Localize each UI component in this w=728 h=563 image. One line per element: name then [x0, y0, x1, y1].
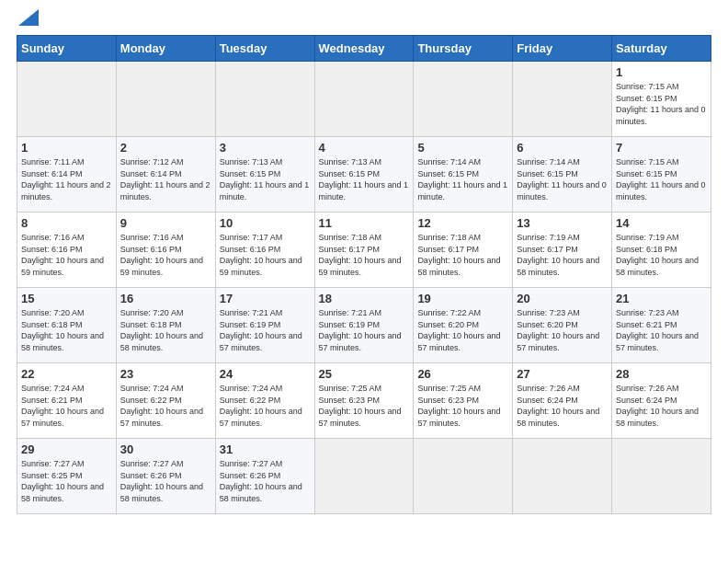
day-number: 31 — [220, 442, 311, 456]
day-number: 11 — [319, 216, 410, 230]
day-info: Sunrise: 7:17 AM Sunset: 6:16 PM Dayligh… — [220, 232, 311, 278]
calendar-cell — [116, 62, 215, 137]
day-number: 18 — [319, 292, 410, 305]
calendar-cell: 9 Sunrise: 7:16 AM Sunset: 6:16 PM Dayli… — [116, 213, 215, 288]
day-number: 2 — [120, 141, 211, 155]
calendar-cell: 7 Sunrise: 7:15 AM Sunset: 6:15 PM Dayli… — [612, 137, 711, 213]
day-info: Sunrise: 7:19 AM Sunset: 6:17 PM Dayligh… — [517, 232, 608, 278]
calendar-cell: 11 Sunrise: 7:18 AM Sunset: 6:17 PM Dayl… — [314, 213, 414, 288]
calendar-cell: 4 Sunrise: 7:13 AM Sunset: 6:15 PM Dayli… — [314, 137, 414, 213]
day-info: Sunrise: 7:20 AM Sunset: 6:18 PM Dayligh… — [120, 307, 211, 353]
day-number: 6 — [517, 141, 608, 155]
col-header-thursday: Thursday — [414, 36, 513, 62]
col-header-wednesday: Wednesday — [314, 36, 414, 62]
col-header-sunday: Sunday — [17, 36, 117, 62]
day-info: Sunrise: 7:14 AM Sunset: 6:15 PM Dayligh… — [517, 156, 608, 202]
day-info: Sunrise: 7:15 AM Sunset: 6:15 PM Dayligh… — [616, 156, 707, 202]
day-number: 27 — [517, 367, 608, 381]
calendar-cell: 19 Sunrise: 7:22 AM Sunset: 6:20 PM Dayl… — [414, 288, 513, 363]
day-info: Sunrise: 7:27 AM Sunset: 6:26 PM Dayligh… — [220, 458, 311, 504]
calendar-cell: 29 Sunrise: 7:27 AM Sunset: 6:25 PM Dayl… — [17, 439, 117, 514]
calendar-page: SundayMondayTuesdayWednesdayThursdayFrid… — [0, 0, 728, 563]
calendar-cell: 15 Sunrise: 7:20 AM Sunset: 6:18 PM Dayl… — [17, 288, 117, 363]
day-number: 30 — [120, 442, 211, 456]
day-info: Sunrise: 7:18 AM Sunset: 6:17 PM Dayligh… — [319, 232, 410, 278]
day-number: 26 — [417, 367, 508, 381]
day-info: Sunrise: 7:24 AM Sunset: 6:22 PM Dayligh… — [120, 383, 211, 429]
day-info: Sunrise: 7:21 AM Sunset: 6:19 PM Dayligh… — [319, 307, 410, 353]
calendar-cell: 27 Sunrise: 7:26 AM Sunset: 6:24 PM Dayl… — [513, 363, 612, 439]
day-info: Sunrise: 7:25 AM Sunset: 6:23 PM Dayligh… — [417, 383, 508, 429]
calendar-cell: 2 Sunrise: 7:12 AM Sunset: 6:14 PM Dayli… — [116, 137, 215, 213]
calendar-cell: 24 Sunrise: 7:24 AM Sunset: 6:22 PM Dayl… — [215, 363, 314, 439]
calendar-cell: 10 Sunrise: 7:17 AM Sunset: 6:16 PM Dayl… — [215, 213, 314, 288]
day-info: Sunrise: 7:13 AM Sunset: 6:15 PM Dayligh… — [220, 156, 311, 202]
day-info: Sunrise: 7:27 AM Sunset: 6:25 PM Dayligh… — [21, 458, 112, 504]
calendar-cell: 1 Sunrise: 7:15 AM Sunset: 6:15 PM Dayli… — [612, 62, 711, 137]
calendar-cell: 1 Sunrise: 7:11 AM Sunset: 6:14 PM Dayli… — [17, 137, 117, 213]
week-row-3: 15 Sunrise: 7:20 AM Sunset: 6:18 PM Dayl… — [17, 288, 711, 363]
day-number: 4 — [319, 141, 410, 155]
day-info: Sunrise: 7:13 AM Sunset: 6:15 PM Dayligh… — [319, 156, 410, 202]
day-number: 1 — [21, 141, 112, 155]
calendar-header-row: SundayMondayTuesdayWednesdayThursdayFrid… — [17, 36, 711, 62]
day-number: 17 — [220, 292, 311, 305]
calendar-cell: 23 Sunrise: 7:24 AM Sunset: 6:22 PM Dayl… — [116, 363, 215, 439]
day-number: 24 — [220, 367, 311, 381]
calendar-cell: 12 Sunrise: 7:18 AM Sunset: 6:17 PM Dayl… — [414, 213, 513, 288]
day-number: 23 — [120, 367, 211, 381]
day-info: Sunrise: 7:23 AM Sunset: 6:20 PM Dayligh… — [517, 307, 608, 353]
calendar-cell — [414, 439, 513, 514]
calendar-cell: 20 Sunrise: 7:23 AM Sunset: 6:20 PM Dayl… — [513, 288, 612, 363]
week-row-0: 1 Sunrise: 7:15 AM Sunset: 6:15 PM Dayli… — [17, 62, 711, 137]
calendar-cell: 6 Sunrise: 7:14 AM Sunset: 6:15 PM Dayli… — [513, 137, 612, 213]
calendar-cell: 21 Sunrise: 7:23 AM Sunset: 6:21 PM Dayl… — [612, 288, 711, 363]
day-number: 3 — [220, 141, 311, 155]
day-info: Sunrise: 7:25 AM Sunset: 6:23 PM Dayligh… — [319, 383, 410, 429]
calendar-cell: 31 Sunrise: 7:27 AM Sunset: 6:26 PM Dayl… — [215, 439, 314, 514]
day-info: Sunrise: 7:26 AM Sunset: 6:24 PM Dayligh… — [517, 383, 608, 429]
calendar-cell — [414, 62, 513, 137]
day-number: 7 — [616, 141, 707, 155]
svg-marker-0 — [18, 9, 39, 26]
calendar-cell: 16 Sunrise: 7:20 AM Sunset: 6:18 PM Dayl… — [116, 288, 215, 363]
day-info: Sunrise: 7:20 AM Sunset: 6:18 PM Dayligh… — [21, 307, 112, 353]
day-info: Sunrise: 7:16 AM Sunset: 6:16 PM Dayligh… — [21, 232, 112, 278]
day-number: 12 — [417, 216, 508, 230]
day-number: 15 — [21, 292, 112, 305]
day-info: Sunrise: 7:26 AM Sunset: 6:24 PM Dayligh… — [616, 383, 707, 429]
calendar-cell: 22 Sunrise: 7:24 AM Sunset: 6:21 PM Dayl… — [17, 363, 117, 439]
calendar-cell — [314, 439, 414, 514]
calendar-cell: 13 Sunrise: 7:19 AM Sunset: 6:17 PM Dayl… — [513, 213, 612, 288]
week-row-4: 22 Sunrise: 7:24 AM Sunset: 6:21 PM Dayl… — [17, 363, 711, 439]
day-info: Sunrise: 7:15 AM Sunset: 6:15 PM Dayligh… — [616, 81, 707, 127]
col-header-saturday: Saturday — [612, 36, 711, 62]
day-number: 29 — [21, 442, 112, 456]
calendar-cell — [314, 62, 414, 137]
day-info: Sunrise: 7:23 AM Sunset: 6:21 PM Dayligh… — [616, 307, 707, 353]
day-number: 10 — [220, 216, 311, 230]
page-header — [17, 17, 711, 26]
calendar-body: 1 Sunrise: 7:15 AM Sunset: 6:15 PM Dayli… — [17, 62, 711, 514]
day-number: 8 — [21, 216, 112, 230]
day-info: Sunrise: 7:14 AM Sunset: 6:15 PM Dayligh… — [417, 156, 508, 202]
day-number: 1 — [616, 65, 707, 79]
day-info: Sunrise: 7:12 AM Sunset: 6:14 PM Dayligh… — [120, 156, 211, 202]
calendar-cell: 25 Sunrise: 7:25 AM Sunset: 6:23 PM Dayl… — [314, 363, 414, 439]
calendar-cell — [513, 62, 612, 137]
day-number: 14 — [616, 216, 707, 230]
day-info: Sunrise: 7:19 AM Sunset: 6:18 PM Dayligh… — [616, 232, 707, 278]
day-info: Sunrise: 7:16 AM Sunset: 6:16 PM Dayligh… — [120, 232, 211, 278]
day-info: Sunrise: 7:27 AM Sunset: 6:26 PM Dayligh… — [120, 458, 211, 504]
day-info: Sunrise: 7:18 AM Sunset: 6:17 PM Dayligh… — [417, 232, 508, 278]
logo — [17, 17, 39, 26]
calendar-cell: 28 Sunrise: 7:26 AM Sunset: 6:24 PM Dayl… — [612, 363, 711, 439]
calendar-cell: 30 Sunrise: 7:27 AM Sunset: 6:26 PM Dayl… — [116, 439, 215, 514]
calendar-cell: 26 Sunrise: 7:25 AM Sunset: 6:23 PM Dayl… — [414, 363, 513, 439]
day-info: Sunrise: 7:21 AM Sunset: 6:19 PM Dayligh… — [220, 307, 311, 353]
calendar-cell — [17, 62, 117, 137]
calendar-cell: 17 Sunrise: 7:21 AM Sunset: 6:19 PM Dayl… — [215, 288, 314, 363]
calendar-cell: 8 Sunrise: 7:16 AM Sunset: 6:16 PM Dayli… — [17, 213, 117, 288]
week-row-2: 8 Sunrise: 7:16 AM Sunset: 6:16 PM Dayli… — [17, 213, 711, 288]
calendar-cell: 14 Sunrise: 7:19 AM Sunset: 6:18 PM Dayl… — [612, 213, 711, 288]
